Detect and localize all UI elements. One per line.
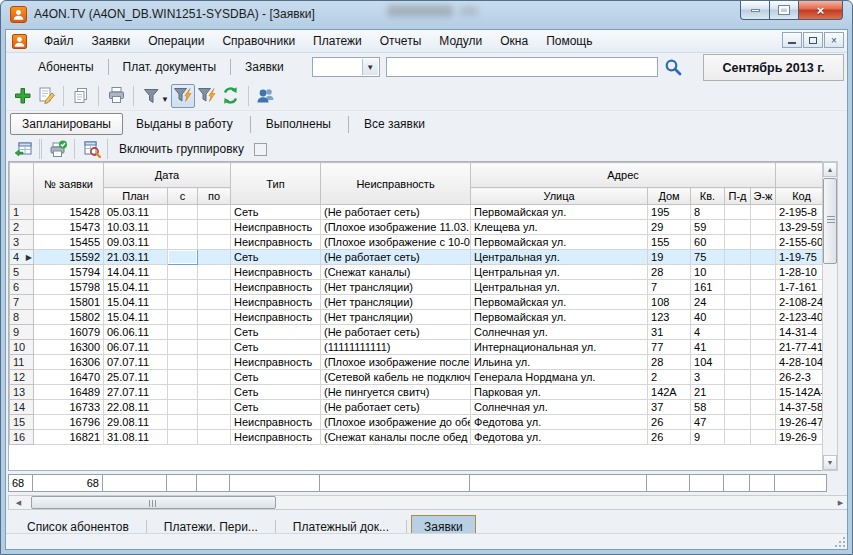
grid-cell[interactable]: 31.08.11 [104,430,168,445]
grid-cell[interactable]: 60 [691,235,725,250]
quick-filter-button-active[interactable] [171,84,195,108]
menu-item[interactable]: Платежи [304,32,371,50]
period-selector[interactable]: Сентябрь 2013 г. [703,54,844,81]
filter-button[interactable] [139,84,163,108]
grid-cell[interactable] [198,235,231,250]
grid-cell[interactable]: 15592 [34,250,104,265]
grid-cell[interactable]: 2-155-60 [776,235,826,250]
row-selector[interactable]: 4▶ [10,250,34,265]
grid-cell[interactable]: Неисправность [231,265,321,280]
grid-cell[interactable]: (Плохое изображение 11.03. [321,220,471,235]
module-tab[interactable]: Абоненты [24,56,108,78]
view-tab[interactable]: Все заявки [353,114,436,134]
row-selector[interactable]: 8 [10,310,34,325]
grid-cell[interactable]: Интернациональная ул. [471,340,648,355]
grid-cell[interactable]: 14-37-58 [776,400,826,415]
grid-cell[interactable] [751,235,776,250]
grid-cell[interactable]: 4-28-104 [776,355,826,370]
grid-cell[interactable]: 142A [648,385,691,400]
grid-cell[interactable]: 47 [691,415,725,430]
grid-cell[interactable]: 15455 [34,235,104,250]
grid-cell[interactable] [751,265,776,280]
grid-cell[interactable]: 2-195-8 [776,205,826,220]
grid-cell[interactable]: 10 [691,265,725,280]
horizontal-scrollbar[interactable]: ◀ ▶ [8,495,848,510]
grid-cell[interactable]: 13-29-59 [776,220,826,235]
grid-cell[interactable] [725,265,751,280]
grid-cell[interactable]: 25.07.11 [104,370,168,385]
grid-cell[interactable]: (Не работает сеть) [321,400,471,415]
grid-cell[interactable] [725,250,751,265]
grid-cell[interactable]: (Не пингуется свитч) [321,385,471,400]
grid-cell[interactable]: 15.04.11 [104,280,168,295]
edit-button[interactable] [34,84,58,108]
grid-cell[interactable]: Первомайская ул. [471,295,648,310]
grid-cell[interactable]: Сеть [231,385,321,400]
grid-cell[interactable]: 22.08.11 [104,400,168,415]
grid-cell[interactable]: 59 [691,220,725,235]
grid-cell[interactable]: 2-108-24 [776,295,826,310]
grid-cell[interactable] [198,430,231,445]
grid-cell[interactable]: Ильина ул. [471,355,648,370]
grid-cell[interactable]: Первомайская ул. [471,310,648,325]
column-header[interactable]: Э-ж [751,188,776,205]
grid-cell[interactable] [168,340,198,355]
close-button[interactable]: × [798,1,843,20]
module-tab[interactable]: Заявки [231,56,298,78]
grid-cell[interactable] [751,415,776,430]
grid-cell[interactable]: 31 [648,325,691,340]
grid-cell[interactable] [198,310,231,325]
grid-cell[interactable]: 26 [648,430,691,445]
print-grid-button[interactable] [47,139,69,159]
grid-cell[interactable]: 195 [648,205,691,220]
grid-cell[interactable]: 1-7-161 [776,280,826,295]
grid-cell[interactable]: Солнечная ул. [471,325,648,340]
grid-cell[interactable]: Неисправность [231,295,321,310]
grid-cell[interactable] [751,220,776,235]
row-selector[interactable]: 1 [10,205,34,220]
grid-cell[interactable]: 8 [691,205,725,220]
grid-cell[interactable] [198,400,231,415]
grid-cell[interactable] [751,430,776,445]
column-header[interactable]: Адрес [471,163,776,188]
grid-cell[interactable]: 4 [691,325,725,340]
module-tab[interactable]: Плат. документы [109,56,230,78]
column-header[interactable]: Кв. [691,188,725,205]
refresh-button[interactable] [219,84,243,108]
grid-cell[interactable] [751,295,776,310]
row-selector[interactable]: 15 [10,415,34,430]
grid-cell[interactable]: (Нет трансляции) [321,295,471,310]
grid-cell[interactable]: 15473 [34,220,104,235]
grid-cell[interactable] [751,250,776,265]
grid-cell[interactable]: Неисправность [231,220,321,235]
grid-cell[interactable]: 77 [648,340,691,355]
grid-cell[interactable] [198,295,231,310]
grid-cell[interactable] [725,280,751,295]
grid-cell[interactable] [168,295,198,310]
menu-item[interactable]: Модули [430,32,491,50]
scroll-right-icon[interactable]: ▶ [833,496,848,509]
grid-cell[interactable] [168,400,198,415]
grid-cell[interactable]: 15428 [34,205,104,220]
grid-cell[interactable]: 29.08.11 [104,415,168,430]
grid-cell[interactable]: 14.04.11 [104,265,168,280]
grid-cell[interactable]: 7 [648,280,691,295]
grid-cell[interactable]: 40 [691,310,725,325]
row-selector[interactable]: 6 [10,280,34,295]
combo-dropdown-icon[interactable]: ▼ [362,59,378,75]
column-header[interactable]: по [198,188,231,205]
grid-cell[interactable]: Федотова ул. [471,430,648,445]
grid-cell[interactable]: 16733 [34,400,104,415]
grid-cell[interactable] [198,205,231,220]
grid-cell[interactable] [168,220,198,235]
grid-cell[interactable]: 16079 [34,325,104,340]
row-selector[interactable]: 2 [10,220,34,235]
print-button[interactable] [104,84,128,108]
grid-cell[interactable]: Центральная ул. [471,250,648,265]
grid-cell[interactable]: 16489 [34,385,104,400]
grid-cell[interactable] [198,370,231,385]
grid-cell[interactable] [168,355,198,370]
grid-cell[interactable] [198,265,231,280]
grid-cell[interactable]: (Плохое изображение после [321,355,471,370]
grid-cell[interactable]: Генерала Нордмана ул. [471,370,648,385]
